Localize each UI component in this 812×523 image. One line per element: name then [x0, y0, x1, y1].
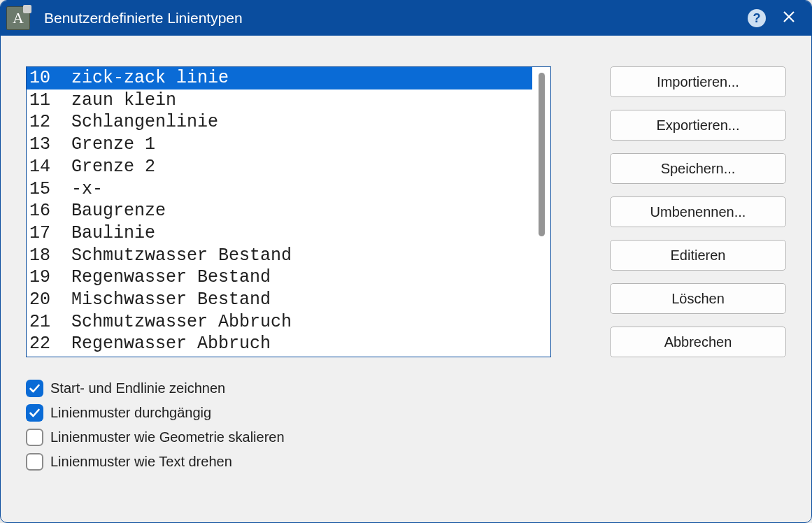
help-icon: ?: [748, 9, 766, 27]
list-item[interactable]: 22 Regenwasser Abbruch: [27, 333, 532, 355]
close-button[interactable]: [776, 6, 802, 31]
export-button[interactable]: Exportieren...: [610, 110, 786, 141]
linetype-listbox[interactable]: 10 zick-zack linie11 zaun klein12 Schlan…: [26, 66, 551, 357]
list-scrollbar[interactable]: [532, 67, 550, 357]
checkbox-row[interactable]: Start- und Endlinie zeichnen: [26, 380, 551, 397]
list-item[interactable]: 14 Grenze 2: [27, 156, 532, 178]
button-column: Importieren... Exportieren... Speichern.…: [610, 66, 786, 497]
checkbox-icon[interactable]: [26, 429, 43, 446]
rename-button[interactable]: Umbenennen...: [610, 196, 786, 227]
scroll-thumb[interactable]: [539, 73, 545, 236]
list-item[interactable]: 21 Schmutzwasser Abbruch: [27, 311, 532, 334]
checkbox-icon[interactable]: [26, 453, 43, 471]
window-title: Benutzerdefinierte Linientypen: [44, 10, 243, 27]
checkbox-label: Linienmuster durchgängig: [50, 405, 211, 421]
import-button[interactable]: Importieren...: [610, 66, 786, 97]
list-item[interactable]: 18 Schmutzwasser Bestand: [27, 245, 532, 267]
checkbox-icon[interactable]: [26, 380, 43, 397]
checkbox-row[interactable]: Linienmuster wie Text drehen: [26, 453, 551, 471]
close-icon: [782, 10, 796, 27]
checkbox-label: Start- und Endlinie zeichnen: [50, 380, 225, 396]
list-item[interactable]: 17 Baulinie: [27, 222, 532, 245]
checkbox-label: Linienmuster wie Geometrie skalieren: [50, 429, 285, 445]
checkbox-row[interactable]: Linienmuster wie Geometrie skalieren: [26, 429, 551, 446]
list-item[interactable]: 16 Baugrenze: [27, 200, 532, 222]
list-item[interactable]: 13 Grenze 1: [27, 134, 532, 156]
list-item[interactable]: 20 Mischwasser Bestand: [27, 289, 532, 311]
checkbox-row[interactable]: Linienmuster durchgängig: [26, 404, 551, 422]
app-icon: A: [6, 6, 30, 30]
checkbox-group: Start- und Endlinie zeichnenLinienmuster…: [26, 380, 551, 471]
delete-button[interactable]: Löschen: [610, 283, 786, 314]
dialog-window: A Benutzerdefinierte Linientypen ? 10 zi…: [0, 0, 812, 523]
cancel-button[interactable]: Abbrechen: [610, 327, 786, 357]
checkbox-label: Linienmuster wie Text drehen: [50, 454, 232, 470]
content-area: 10 zick-zack linie11 zaun klein12 Schlan…: [1, 36, 811, 522]
save-button[interactable]: Speichern...: [610, 153, 786, 184]
list-item[interactable]: 11 zaun klein: [27, 89, 532, 112]
list-item[interactable]: 10 zick-zack linie: [27, 67, 532, 89]
list-item[interactable]: 15 -x-: [27, 178, 532, 201]
list-item[interactable]: 12 Schlangenlinie: [27, 111, 532, 134]
titlebar: A Benutzerdefinierte Linientypen ?: [1, 1, 811, 36]
list-item[interactable]: 19 Regenwasser Bestand: [27, 266, 532, 289]
checkbox-icon[interactable]: [26, 404, 43, 422]
left-column: 10 zick-zack linie11 zaun klein12 Schlan…: [26, 66, 551, 497]
help-button[interactable]: ?: [744, 6, 769, 31]
edit-button[interactable]: Editieren: [610, 240, 786, 271]
